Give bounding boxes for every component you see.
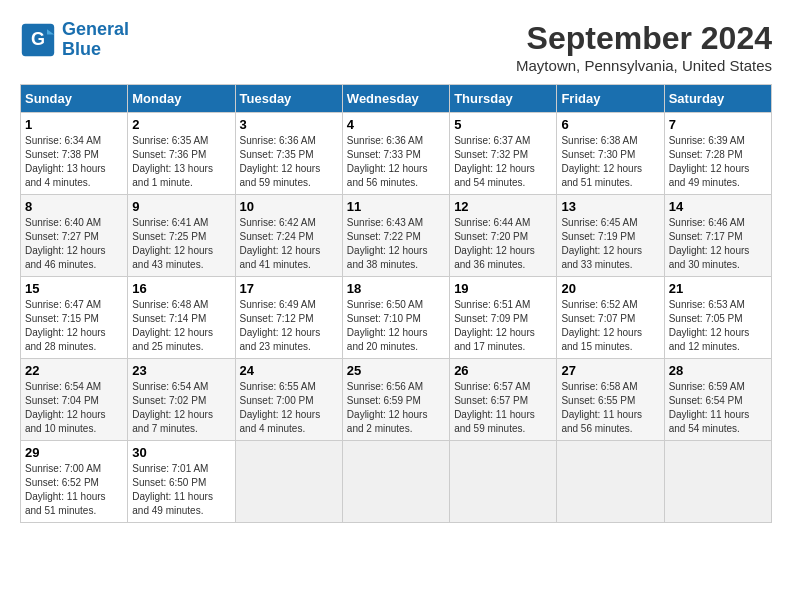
calendar-cell: 15Sunrise: 6:47 AM Sunset: 7:15 PM Dayli… xyxy=(21,277,128,359)
calendar-cell: 11Sunrise: 6:43 AM Sunset: 7:22 PM Dayli… xyxy=(342,195,449,277)
page-header: G General Blue September 2024 Maytown, P… xyxy=(20,20,772,74)
day-number: 28 xyxy=(669,363,767,378)
day-info: Sunrise: 6:35 AM Sunset: 7:36 PM Dayligh… xyxy=(132,134,230,190)
calendar-cell: 23Sunrise: 6:54 AM Sunset: 7:02 PM Dayli… xyxy=(128,359,235,441)
day-info: Sunrise: 6:42 AM Sunset: 7:24 PM Dayligh… xyxy=(240,216,338,272)
day-number: 5 xyxy=(454,117,552,132)
day-info: Sunrise: 6:47 AM Sunset: 7:15 PM Dayligh… xyxy=(25,298,123,354)
weekday-header-thursday: Thursday xyxy=(450,85,557,113)
day-info: Sunrise: 6:54 AM Sunset: 7:04 PM Dayligh… xyxy=(25,380,123,436)
calendar-cell: 13Sunrise: 6:45 AM Sunset: 7:19 PM Dayli… xyxy=(557,195,664,277)
calendar-cell xyxy=(450,441,557,523)
day-info: Sunrise: 6:46 AM Sunset: 7:17 PM Dayligh… xyxy=(669,216,767,272)
day-info: Sunrise: 6:39 AM Sunset: 7:28 PM Dayligh… xyxy=(669,134,767,190)
calendar-cell: 14Sunrise: 6:46 AM Sunset: 7:17 PM Dayli… xyxy=(664,195,771,277)
weekday-header-friday: Friday xyxy=(557,85,664,113)
calendar-cell: 24Sunrise: 6:55 AM Sunset: 7:00 PM Dayli… xyxy=(235,359,342,441)
day-info: Sunrise: 6:40 AM Sunset: 7:27 PM Dayligh… xyxy=(25,216,123,272)
calendar-title: September 2024 xyxy=(516,20,772,57)
day-info: Sunrise: 6:36 AM Sunset: 7:35 PM Dayligh… xyxy=(240,134,338,190)
day-number: 7 xyxy=(669,117,767,132)
calendar-cell xyxy=(342,441,449,523)
day-number: 13 xyxy=(561,199,659,214)
calendar-cell: 8Sunrise: 6:40 AM Sunset: 7:27 PM Daylig… xyxy=(21,195,128,277)
day-info: Sunrise: 6:51 AM Sunset: 7:09 PM Dayligh… xyxy=(454,298,552,354)
day-number: 3 xyxy=(240,117,338,132)
calendar-week-5: 29Sunrise: 7:00 AM Sunset: 6:52 PM Dayli… xyxy=(21,441,772,523)
day-info: Sunrise: 6:59 AM Sunset: 6:54 PM Dayligh… xyxy=(669,380,767,436)
calendar-cell xyxy=(664,441,771,523)
calendar-cell: 26Sunrise: 6:57 AM Sunset: 6:57 PM Dayli… xyxy=(450,359,557,441)
calendar-cell: 28Sunrise: 6:59 AM Sunset: 6:54 PM Dayli… xyxy=(664,359,771,441)
day-info: Sunrise: 6:49 AM Sunset: 7:12 PM Dayligh… xyxy=(240,298,338,354)
calendar-cell xyxy=(557,441,664,523)
logo-text: General Blue xyxy=(62,20,129,60)
day-number: 23 xyxy=(132,363,230,378)
calendar-week-4: 22Sunrise: 6:54 AM Sunset: 7:04 PM Dayli… xyxy=(21,359,772,441)
day-number: 27 xyxy=(561,363,659,378)
day-number: 26 xyxy=(454,363,552,378)
calendar-cell: 12Sunrise: 6:44 AM Sunset: 7:20 PM Dayli… xyxy=(450,195,557,277)
day-info: Sunrise: 6:52 AM Sunset: 7:07 PM Dayligh… xyxy=(561,298,659,354)
calendar-cell: 10Sunrise: 6:42 AM Sunset: 7:24 PM Dayli… xyxy=(235,195,342,277)
calendar-cell: 6Sunrise: 6:38 AM Sunset: 7:30 PM Daylig… xyxy=(557,113,664,195)
calendar-cell: 29Sunrise: 7:00 AM Sunset: 6:52 PM Dayli… xyxy=(21,441,128,523)
calendar-week-3: 15Sunrise: 6:47 AM Sunset: 7:15 PM Dayli… xyxy=(21,277,772,359)
calendar-cell xyxy=(235,441,342,523)
day-info: Sunrise: 6:38 AM Sunset: 7:30 PM Dayligh… xyxy=(561,134,659,190)
calendar-table: SundayMondayTuesdayWednesdayThursdayFrid… xyxy=(20,84,772,523)
day-info: Sunrise: 6:56 AM Sunset: 6:59 PM Dayligh… xyxy=(347,380,445,436)
logo: G General Blue xyxy=(20,20,129,60)
day-info: Sunrise: 6:57 AM Sunset: 6:57 PM Dayligh… xyxy=(454,380,552,436)
day-number: 6 xyxy=(561,117,659,132)
calendar-cell: 1Sunrise: 6:34 AM Sunset: 7:38 PM Daylig… xyxy=(21,113,128,195)
day-info: Sunrise: 6:53 AM Sunset: 7:05 PM Dayligh… xyxy=(669,298,767,354)
calendar-cell: 19Sunrise: 6:51 AM Sunset: 7:09 PM Dayli… xyxy=(450,277,557,359)
day-number: 21 xyxy=(669,281,767,296)
day-number: 11 xyxy=(347,199,445,214)
day-info: Sunrise: 7:01 AM Sunset: 6:50 PM Dayligh… xyxy=(132,462,230,518)
day-number: 12 xyxy=(454,199,552,214)
day-number: 16 xyxy=(132,281,230,296)
calendar-cell: 25Sunrise: 6:56 AM Sunset: 6:59 PM Dayli… xyxy=(342,359,449,441)
day-info: Sunrise: 6:37 AM Sunset: 7:32 PM Dayligh… xyxy=(454,134,552,190)
calendar-cell: 17Sunrise: 6:49 AM Sunset: 7:12 PM Dayli… xyxy=(235,277,342,359)
day-number: 18 xyxy=(347,281,445,296)
weekday-header-tuesday: Tuesday xyxy=(235,85,342,113)
calendar-cell: 2Sunrise: 6:35 AM Sunset: 7:36 PM Daylig… xyxy=(128,113,235,195)
weekday-header-wednesday: Wednesday xyxy=(342,85,449,113)
weekday-header-sunday: Sunday xyxy=(21,85,128,113)
calendar-cell: 20Sunrise: 6:52 AM Sunset: 7:07 PM Dayli… xyxy=(557,277,664,359)
day-info: Sunrise: 7:00 AM Sunset: 6:52 PM Dayligh… xyxy=(25,462,123,518)
day-info: Sunrise: 6:45 AM Sunset: 7:19 PM Dayligh… xyxy=(561,216,659,272)
day-number: 9 xyxy=(132,199,230,214)
day-number: 8 xyxy=(25,199,123,214)
day-info: Sunrise: 6:50 AM Sunset: 7:10 PM Dayligh… xyxy=(347,298,445,354)
calendar-cell: 7Sunrise: 6:39 AM Sunset: 7:28 PM Daylig… xyxy=(664,113,771,195)
weekday-header-saturday: Saturday xyxy=(664,85,771,113)
day-info: Sunrise: 6:58 AM Sunset: 6:55 PM Dayligh… xyxy=(561,380,659,436)
day-number: 2 xyxy=(132,117,230,132)
calendar-cell: 18Sunrise: 6:50 AM Sunset: 7:10 PM Dayli… xyxy=(342,277,449,359)
calendar-cell: 27Sunrise: 6:58 AM Sunset: 6:55 PM Dayli… xyxy=(557,359,664,441)
day-number: 20 xyxy=(561,281,659,296)
day-number: 15 xyxy=(25,281,123,296)
day-number: 22 xyxy=(25,363,123,378)
day-number: 24 xyxy=(240,363,338,378)
day-number: 4 xyxy=(347,117,445,132)
day-info: Sunrise: 6:43 AM Sunset: 7:22 PM Dayligh… xyxy=(347,216,445,272)
calendar-cell: 3Sunrise: 6:36 AM Sunset: 7:35 PM Daylig… xyxy=(235,113,342,195)
weekday-header-monday: Monday xyxy=(128,85,235,113)
calendar-cell: 9Sunrise: 6:41 AM Sunset: 7:25 PM Daylig… xyxy=(128,195,235,277)
day-number: 29 xyxy=(25,445,123,460)
day-info: Sunrise: 6:44 AM Sunset: 7:20 PM Dayligh… xyxy=(454,216,552,272)
day-info: Sunrise: 6:55 AM Sunset: 7:00 PM Dayligh… xyxy=(240,380,338,436)
day-number: 14 xyxy=(669,199,767,214)
day-info: Sunrise: 6:41 AM Sunset: 7:25 PM Dayligh… xyxy=(132,216,230,272)
day-number: 30 xyxy=(132,445,230,460)
day-number: 1 xyxy=(25,117,123,132)
svg-text:G: G xyxy=(31,29,45,49)
calendar-cell: 22Sunrise: 6:54 AM Sunset: 7:04 PM Dayli… xyxy=(21,359,128,441)
calendar-week-1: 1Sunrise: 6:34 AM Sunset: 7:38 PM Daylig… xyxy=(21,113,772,195)
day-info: Sunrise: 6:36 AM Sunset: 7:33 PM Dayligh… xyxy=(347,134,445,190)
